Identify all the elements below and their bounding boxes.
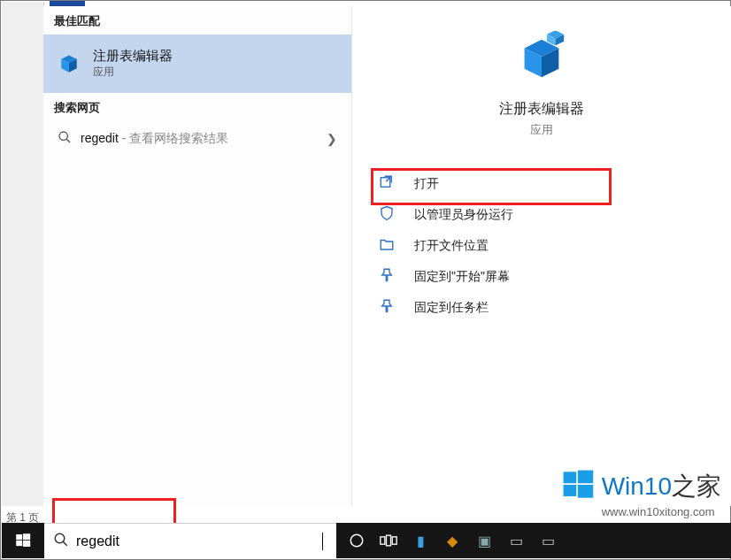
windows-logo-icon <box>561 468 595 505</box>
action-label: 以管理员身份运行 <box>414 207 513 223</box>
web-result-term: regedit <box>81 131 119 145</box>
watermark-url: www.win10xitong.com <box>602 505 721 518</box>
action-pin-taskbar[interactable]: 固定到任务栏 <box>352 292 731 323</box>
tray-app-5[interactable]: ▭ <box>535 527 561 554</box>
search-icon <box>58 130 72 147</box>
chevron-right-icon: ❯ <box>327 132 337 146</box>
tray-app-1[interactable]: ▮ <box>407 527 434 554</box>
svg-rect-12 <box>563 472 576 483</box>
start-button[interactable] <box>2 523 44 558</box>
svg-point-22 <box>350 534 363 547</box>
detail-subtitle: 应用 <box>352 122 731 138</box>
annotation-highlight-open <box>371 168 612 205</box>
svg-rect-25 <box>392 537 396 544</box>
svg-point-20 <box>55 533 65 543</box>
task-view-icon[interactable] <box>375 527 402 554</box>
detail-title: 注册表编辑器 <box>352 100 731 119</box>
svg-rect-19 <box>23 541 30 547</box>
svg-rect-23 <box>381 537 385 544</box>
svg-rect-13 <box>578 471 593 484</box>
svg-rect-18 <box>16 541 22 546</box>
detail-panel: 注册表编辑器 应用 打开 以管理员身份运行 <box>352 6 731 506</box>
pin-taskbar-icon <box>379 298 398 317</box>
svg-rect-14 <box>563 485 576 496</box>
svg-rect-24 <box>387 535 391 546</box>
web-result-suffix: - 查看网络搜索结果 <box>119 131 228 145</box>
best-match-header: 最佳匹配 <box>43 6 351 35</box>
web-result-text: regedit - 查看网络搜索结果 <box>81 131 228 147</box>
search-web-header: 搜索网页 <box>43 93 351 121</box>
pin-start-icon <box>379 267 398 286</box>
watermark: Win10之家 www.win10xitong.com <box>561 468 721 518</box>
taskbar-search-box[interactable] <box>44 523 336 558</box>
svg-line-4 <box>66 139 70 142</box>
action-label: 固定到任务栏 <box>414 300 489 316</box>
tray-app-4[interactable]: ▭ <box>503 527 529 554</box>
svg-rect-15 <box>578 485 593 498</box>
search-input[interactable] <box>76 533 324 549</box>
search-icon <box>53 532 69 551</box>
best-match-subtitle: 应用 <box>93 65 173 80</box>
svg-rect-16 <box>16 534 22 540</box>
regedit-icon <box>56 50 82 77</box>
taskbar: ▮ ◆ ▣ ▭ ▭ <box>2 523 731 558</box>
action-label: 打开文件位置 <box>414 238 489 254</box>
action-pin-start[interactable]: 固定到"开始"屏幕 <box>352 261 731 292</box>
left-gutter <box>2 2 44 506</box>
best-match-item[interactable]: 注册表编辑器 应用 <box>43 35 351 93</box>
text-cursor <box>322 533 323 550</box>
location-icon <box>379 236 398 255</box>
tray-app-2[interactable]: ◆ <box>439 527 466 554</box>
regedit-large-icon <box>352 31 731 86</box>
tray-app-3[interactable]: ▣ <box>471 527 497 554</box>
taskbar-tray: ▮ ◆ ▣ ▭ ▭ <box>343 527 561 554</box>
search-results-panel: 最佳匹配 注册表编辑器 应用 搜索网页 <box>43 6 352 506</box>
admin-icon <box>379 205 398 224</box>
web-result-item[interactable]: regedit - 查看网络搜索结果 ❯ <box>43 121 351 156</box>
watermark-brand: Win10之家 <box>602 470 721 503</box>
svg-rect-17 <box>23 533 30 540</box>
svg-point-3 <box>59 132 67 140</box>
best-match-title: 注册表编辑器 <box>93 48 173 65</box>
cortana-icon[interactable] <box>343 527 370 554</box>
best-match-text: 注册表编辑器 应用 <box>93 48 173 80</box>
action-open-location[interactable]: 打开文件位置 <box>352 230 731 261</box>
svg-line-21 <box>63 541 67 546</box>
action-label: 固定到"开始"屏幕 <box>414 269 510 285</box>
detail-hero: 注册表编辑器 应用 <box>352 6 731 150</box>
